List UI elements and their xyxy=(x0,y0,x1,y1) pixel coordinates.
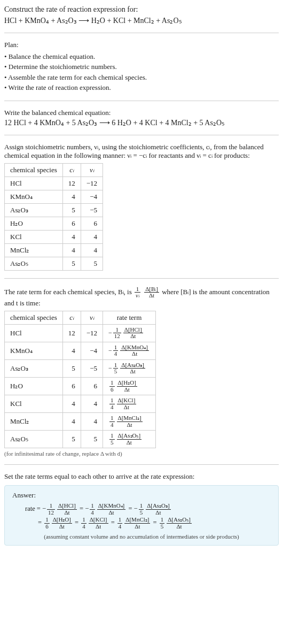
cell-nu: 4 xyxy=(81,243,103,257)
balanced-label: Write the balanced chemical equation: xyxy=(4,109,279,117)
plan-item: Balance the chemical equation. xyxy=(4,51,279,62)
plan-item: Write the rate of reaction expression. xyxy=(4,82,279,93)
cell-nu: 4 xyxy=(81,413,103,431)
balanced-section: Write the balanced chemical equation: 12… xyxy=(4,109,279,127)
col-nu: νᵢ xyxy=(81,163,103,177)
plan-section: Plan: Balance the chemical equation. Det… xyxy=(4,41,279,93)
answer-label: Answer: xyxy=(12,491,271,500)
col-species: chemical species xyxy=(5,311,63,324)
cell-rate: −14Δ[KMnO₄]Δt xyxy=(103,342,156,359)
table-header-row: chemical species cᵢ νᵢ rate term xyxy=(5,311,156,324)
cell-rate: 14Δ[MnCl₂]Δt xyxy=(103,413,156,431)
table-row: H₂O6616Δ[H₂O]Δt xyxy=(5,377,156,395)
cell-species: KMnO₄ xyxy=(5,190,63,203)
cell-c: 4 xyxy=(62,413,81,431)
cell-c: 4 xyxy=(62,190,81,203)
table-row: MnCl₂4414Δ[MnCl₂]Δt xyxy=(5,413,156,431)
divider xyxy=(4,135,279,135)
cell-species: KMnO₄ xyxy=(5,342,63,359)
cell-species: As₂O₅ xyxy=(5,431,63,448)
col-species: chemical species xyxy=(5,163,63,177)
cell-nu: 6 xyxy=(81,217,103,230)
cell-nu: 5 xyxy=(81,431,103,448)
col-c: cᵢ xyxy=(62,163,81,177)
rateterm-section: The rate term for each chemical species,… xyxy=(4,286,279,457)
cell-nu: 4 xyxy=(81,395,103,413)
cell-nu: 6 xyxy=(81,377,103,395)
cell-c: 12 xyxy=(62,177,81,190)
cell-c: 4 xyxy=(62,342,81,359)
cell-species: HCl xyxy=(5,324,63,342)
cell-rate: −15Δ[As₂O₃]Δt xyxy=(103,359,156,377)
cell-rate: −112Δ[HCl]Δt xyxy=(103,324,156,342)
balanced-equation: 12 HCl + 4 KMnO₄ + 5 As₂O₃ ⟶ 6 H₂O + 4 K… xyxy=(4,118,279,127)
final-section: Set the rate terms equal to each other t… xyxy=(4,472,279,545)
table-row: KMnO₄4−4−14Δ[KMnO₄]Δt xyxy=(5,342,156,359)
plan-item: Determine the stoichiometric numbers. xyxy=(4,62,279,72)
cell-c: 5 xyxy=(62,203,81,217)
divider xyxy=(4,464,279,465)
table-row: MnCl₂44 xyxy=(5,243,103,257)
cell-species: KCl xyxy=(5,395,63,413)
cell-nu: −12 xyxy=(81,324,103,342)
rateterm-table: chemical species cᵢ νᵢ rate term HCl12−1… xyxy=(4,311,156,449)
cell-c: 12 xyxy=(62,324,81,342)
cell-species: H₂O xyxy=(5,217,63,230)
cell-species: As₂O₃ xyxy=(5,203,63,217)
cell-rate: 16Δ[H₂O]Δt xyxy=(103,377,156,395)
table-row: HCl12−12 xyxy=(5,177,103,190)
rate-line-2: = 16Δ[H₂O]Δt = 14Δ[KCl]Δt = 14Δ[MnCl₂]Δt… xyxy=(12,517,271,530)
cell-c: 6 xyxy=(62,217,81,230)
table-row: KCl44 xyxy=(5,230,103,243)
cell-c: 5 xyxy=(62,431,81,448)
cell-c: 4 xyxy=(62,243,81,257)
plan-item: Assemble the rate term for each chemical… xyxy=(4,72,279,83)
cell-c: 5 xyxy=(62,359,81,377)
plan-label: Plan: xyxy=(4,41,279,49)
cell-nu: 5 xyxy=(81,257,103,270)
answer-box: Answer: rate = −112Δ[HCl]Δt = −14Δ[KMnO₄… xyxy=(4,485,279,545)
stoich-section: Assign stoichiometric numbers, νᵢ, using… xyxy=(4,143,279,271)
unbalanced-equation: HCl + KMnO₄ + As₂O₃ ⟶ H₂O + KCl + MnCl₂ … xyxy=(4,16,279,25)
cell-species: KCl xyxy=(5,230,63,243)
cell-c: 5 xyxy=(62,257,81,270)
table-header-row: chemical species cᵢ νᵢ xyxy=(5,163,103,177)
col-c: cᵢ xyxy=(62,311,81,324)
cell-c: 4 xyxy=(62,230,81,243)
plan-list: Balance the chemical equation. Determine… xyxy=(4,51,279,93)
cell-nu: −4 xyxy=(81,342,103,359)
cell-nu: −5 xyxy=(81,359,103,377)
table-row: As₂O₅5515Δ[As₂O₅]Δt xyxy=(5,431,156,448)
divider xyxy=(4,33,279,33)
table-row: KMnO₄4−4 xyxy=(5,190,103,203)
divider xyxy=(4,278,279,279)
rateterm-note: (for infinitesimal rate of change, repla… xyxy=(4,450,279,457)
cell-nu: −12 xyxy=(81,177,103,190)
cell-species: HCl xyxy=(5,177,63,190)
cell-species: H₂O xyxy=(5,377,63,395)
table-row: As₂O₃5−5 xyxy=(5,203,103,217)
final-intro: Set the rate terms equal to each other t… xyxy=(4,472,279,481)
col-rate: rate term xyxy=(103,311,156,324)
table-row: HCl12−12−112Δ[HCl]Δt xyxy=(5,324,156,342)
stoich-intro: Assign stoichiometric numbers, νᵢ, using… xyxy=(4,143,279,160)
table-row: H₂O66 xyxy=(5,217,103,230)
assumption-note: (assuming constant volume and no accumul… xyxy=(12,533,271,540)
cell-nu: −4 xyxy=(81,190,103,203)
cell-rate: 14Δ[KCl]Δt xyxy=(103,395,156,413)
outer-frac: 1 νᵢ xyxy=(135,286,140,299)
stoich-table: chemical species cᵢ νᵢ HCl12−12 KMnO₄4−4… xyxy=(4,163,103,271)
table-row: As₂O₃5−5−15Δ[As₂O₃]Δt xyxy=(5,359,156,377)
rateterm-intro: The rate term for each chemical species,… xyxy=(4,286,279,308)
rate-label: rate xyxy=(25,505,35,512)
cell-species: As₂O₃ xyxy=(5,359,63,377)
cell-species: As₂O₅ xyxy=(5,257,63,270)
col-nu: νᵢ xyxy=(81,311,103,324)
cell-nu: −5 xyxy=(81,203,103,217)
table-row: KCl4414Δ[KCl]Δt xyxy=(5,395,156,413)
inner-frac: Δ[Bᵢ] Δt xyxy=(144,286,159,299)
cell-species: MnCl₂ xyxy=(5,243,63,257)
cell-c: 4 xyxy=(62,395,81,413)
cell-c: 6 xyxy=(62,377,81,395)
rate-line-1: rate = −112Δ[HCl]Δt = −14Δ[KMnO₄]Δt = −1… xyxy=(12,503,271,516)
